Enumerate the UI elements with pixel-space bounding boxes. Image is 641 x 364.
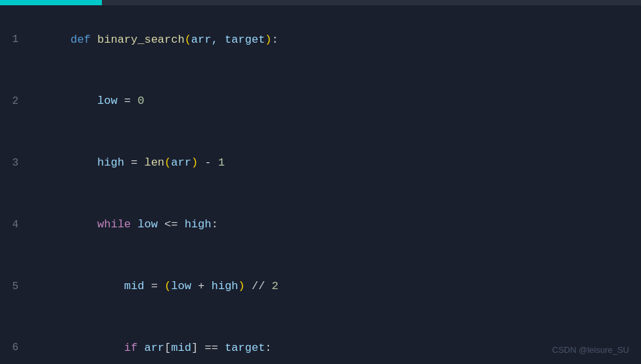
watermark: CSDN @leisure_SU (552, 345, 629, 355)
code-editor: 1 def binary_search(arr, target): 2 low … (0, 5, 641, 364)
line-content-3: high = len(arr) - 1 (30, 133, 641, 194)
line-number-6: 6 (0, 338, 30, 357)
code-line-5: 5 mid = (low + high) // 2 (0, 256, 641, 317)
line-number-5: 5 (0, 277, 30, 296)
line-content-4: while low <= high: (30, 194, 641, 255)
top-bar-rest (102, 0, 641, 5)
line-number-3: 3 (0, 154, 30, 173)
line-number-2: 2 (0, 92, 30, 111)
line-content-5: mid = (low + high) // 2 (30, 256, 641, 317)
code-line-6: 6 if arr[mid] == target: (0, 317, 641, 364)
line-number-1: 1 (0, 30, 30, 49)
code-line-4: 4 while low <= high: (0, 194, 641, 256)
top-bar (0, 0, 641, 5)
line-number-4: 4 (0, 216, 30, 235)
line-content-2: low = 0 (30, 72, 641, 132)
line-content-1: def binary_search(arr, target): (30, 10, 641, 70)
code-line-1: 1 def binary_search(arr, target): (0, 9, 641, 71)
top-bar-teal (0, 0, 102, 5)
line-content-6: if arr[mid] == target: (30, 318, 641, 364)
code-line-3: 3 high = len(arr) - 1 (0, 133, 641, 194)
code-line-2: 2 low = 0 (0, 71, 641, 133)
